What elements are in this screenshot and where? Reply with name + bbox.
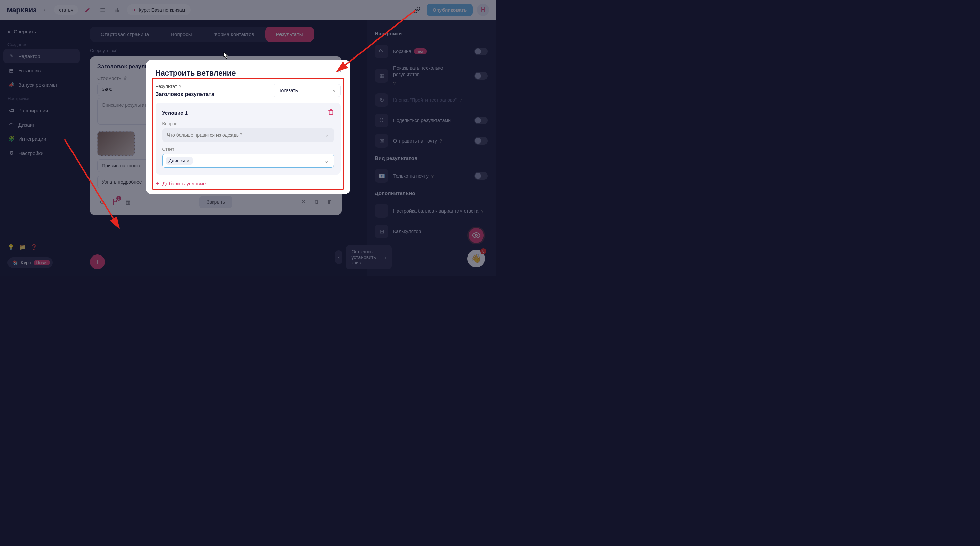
branching-modal: Настроить ветвление ✕ Результат? Заголов…	[146, 60, 350, 194]
help-icon[interactable]: ?	[179, 84, 181, 89]
show-select[interactable]: Показать	[273, 84, 341, 97]
delete-condition-icon[interactable]	[328, 109, 334, 116]
answer-select[interactable]: Джинсы✕	[162, 154, 334, 168]
result-label: Результат?	[156, 84, 215, 89]
answer-label: Ответ	[162, 147, 334, 152]
modal-close-button[interactable]: ✕	[337, 67, 343, 75]
add-condition-button[interactable]: +Добавить условие	[156, 180, 341, 187]
chip-remove-icon[interactable]: ✕	[186, 158, 190, 163]
question-label: Вопрос	[162, 121, 334, 126]
answer-chip: Джинсы✕	[166, 157, 193, 165]
condition-title: Условие 1	[162, 110, 188, 116]
modal-title: Настроить ветвление	[156, 69, 341, 78]
question-select[interactable]: Что больше нравится из одежды?	[162, 128, 334, 142]
condition-card: Условие 1 Вопрос Что больше нравится из …	[156, 103, 341, 175]
result-subtitle: Заголовок результата	[156, 91, 215, 97]
